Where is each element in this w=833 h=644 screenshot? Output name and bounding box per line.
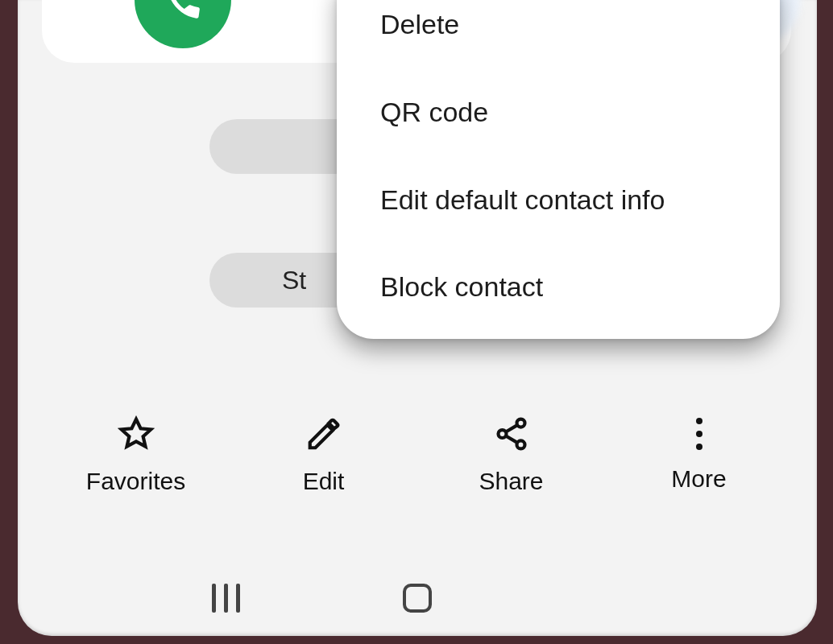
svg-line-4 xyxy=(505,436,516,442)
more-button[interactable]: More xyxy=(615,415,784,495)
edit-button[interactable]: Edit xyxy=(239,415,408,495)
share-button[interactable]: Share xyxy=(427,415,596,495)
home-icon xyxy=(403,584,432,613)
more-vertical-icon xyxy=(696,415,702,452)
menu-item-label: Delete xyxy=(380,9,459,39)
menu-item-label: Edit default contact info xyxy=(380,184,665,215)
device-screen: St Delete QR code Edit default contact i… xyxy=(18,0,817,636)
menu-item-delete[interactable]: Delete xyxy=(337,0,780,68)
menu-item-edit-default-contact-info[interactable]: Edit default contact info xyxy=(337,156,780,244)
more-menu: Delete QR code Edit default contact info… xyxy=(337,0,780,339)
svg-point-0 xyxy=(516,419,524,427)
system-navigation-bar xyxy=(18,578,817,618)
svg-point-1 xyxy=(498,430,506,438)
svg-line-3 xyxy=(505,425,516,431)
svg-point-2 xyxy=(516,440,524,448)
storage-pill-label: St xyxy=(282,266,306,295)
nav-recents-button[interactable] xyxy=(194,578,259,618)
share-icon xyxy=(493,415,530,455)
nav-home-button[interactable] xyxy=(385,578,450,618)
favorites-button[interactable]: Favorites xyxy=(52,415,221,495)
favorites-label: Favorites xyxy=(86,468,185,495)
star-icon xyxy=(118,415,155,455)
phone-icon xyxy=(162,0,204,23)
pencil-icon xyxy=(305,415,342,455)
recents-icon xyxy=(212,584,240,613)
nav-back-button[interactable] xyxy=(576,578,640,618)
share-label: Share xyxy=(479,468,543,495)
menu-item-block-contact[interactable]: Block contact xyxy=(337,243,780,331)
menu-item-label: Block contact xyxy=(380,271,543,302)
menu-item-label: QR code xyxy=(380,97,488,127)
edit-label: Edit xyxy=(303,468,345,495)
more-label: More xyxy=(671,465,726,493)
bottom-action-row: Favorites Edit Share xyxy=(18,415,817,495)
menu-item-qr-code[interactable]: QR code xyxy=(337,68,780,156)
